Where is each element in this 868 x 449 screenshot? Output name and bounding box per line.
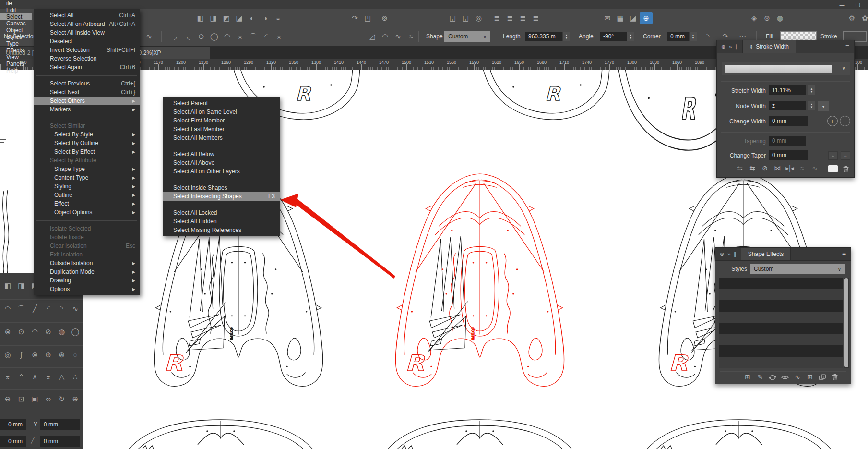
select-menu-item[interactable]: Select Next Ctrl+} bbox=[34, 88, 140, 97]
divide-icon[interactable]: ◐ bbox=[246, 12, 259, 24]
corner-field[interactable]: 0 mm bbox=[667, 32, 689, 41]
coord-y-field[interactable]: 0 mm bbox=[40, 419, 80, 430]
curve-segment-icon[interactable]: ⌒ bbox=[15, 303, 27, 314]
menu-effects[interactable]: Effects bbox=[0, 47, 32, 54]
union-icon[interactable]: ◧ bbox=[194, 12, 207, 24]
shape-dropdown[interactable]: Custom∨ bbox=[444, 31, 490, 42]
submenu-item[interactable]: Select All Hidden bbox=[163, 217, 280, 226]
styles-dropdown[interactable]: Custom∨ bbox=[750, 264, 845, 274]
node-width-stepper[interactable]: ▴▾ bbox=[808, 101, 815, 110]
panel-pin-icon[interactable]: ∥ bbox=[734, 251, 737, 257]
taper-end-button[interactable]: ⌁ bbox=[841, 151, 850, 160]
subtract-tool-icon[interactable]: ◨ bbox=[15, 280, 27, 291]
trim-icon[interactable]: ◑ bbox=[259, 12, 272, 24]
panel-collapse-icon[interactable]: » bbox=[727, 251, 730, 257]
submenu-item[interactable]: Select Inside Shapes bbox=[163, 183, 280, 192]
style-transfer-icon[interactable]: ⊛ bbox=[761, 12, 773, 24]
submenu-item[interactable] bbox=[163, 142, 280, 150]
place-outside-icon[interactable]: ◲ bbox=[459, 12, 472, 24]
select-menu-item[interactable]: Shape Type ▶ bbox=[34, 165, 140, 173]
arc-node-icon[interactable]: ◜ bbox=[260, 31, 273, 42]
menu-help[interactable]: Help bbox=[0, 67, 32, 74]
lasso-effect-icon[interactable] bbox=[766, 373, 779, 381]
shape-effects-tab[interactable]: Shape Effects bbox=[741, 248, 791, 260]
submenu-item[interactable]: Select All Locked bbox=[163, 208, 280, 217]
circle-node-icon[interactable]: ◯ bbox=[208, 31, 221, 42]
submenu-item[interactable]: Select Parent bbox=[163, 99, 280, 108]
length-stepper[interactable]: ▴▾ bbox=[562, 32, 570, 41]
arch-icon[interactable]: ◠ bbox=[29, 326, 40, 337]
select-menu-item[interactable]: Select By Outline ▶ bbox=[34, 139, 140, 147]
arch-node-icon[interactable]: ◠ bbox=[221, 31, 234, 42]
panel-close-icon[interactable]: ⊗ bbox=[720, 251, 724, 257]
settings-icon[interactable]: ⚙ bbox=[845, 12, 858, 24]
place-inside-icon[interactable]: ◱ bbox=[446, 12, 459, 24]
shape-builder-icon[interactable]: ◈ bbox=[748, 12, 761, 24]
ellipse-node-icon[interactable]: ⊜ bbox=[195, 31, 208, 42]
panel-close-icon[interactable]: ⊗ bbox=[721, 44, 725, 50]
select-menu-item[interactable]: Select By Style ▶ bbox=[34, 130, 140, 139]
edit-effect-icon[interactable]: ✎ bbox=[754, 373, 766, 381]
bridge-icon[interactable]: ⌅ bbox=[43, 371, 54, 382]
bring-forward-icon[interactable]: ≣ bbox=[516, 12, 529, 24]
submenu-item[interactable]: Select All Below bbox=[163, 150, 280, 158]
reverse-profile-icon[interactable]: ⇆ bbox=[746, 164, 759, 172]
select-menu-item[interactable]: Select Others ▶ bbox=[34, 97, 140, 105]
submenu-item[interactable]: Select All on Other Layers bbox=[163, 167, 280, 176]
delete-effect-icon[interactable] bbox=[829, 373, 841, 381]
panel-menu-icon[interactable]: ≡ bbox=[845, 43, 854, 50]
angle-join-icon[interactable]: ∧ bbox=[29, 371, 40, 382]
submenu-item[interactable] bbox=[163, 176, 280, 183]
isolation-mode-icon[interactable]: ⊕ bbox=[640, 12, 653, 24]
select-menu-item[interactable]: Select By Effect ▶ bbox=[34, 147, 140, 156]
effects-scrollbar[interactable] bbox=[844, 278, 849, 368]
s-curve-icon[interactable]: ʃ bbox=[15, 349, 27, 360]
increase-width-button[interactable]: + bbox=[827, 116, 838, 126]
mirror-profile-icon[interactable]: ▸|◂ bbox=[784, 164, 796, 172]
expand-icon[interactable]: ◳ bbox=[361, 12, 374, 24]
corner-arc-icon[interactable]: ◝ bbox=[56, 303, 68, 314]
select-menu-item[interactable]: Effect ▶ bbox=[34, 199, 140, 208]
select-menu-item[interactable]: Duplication Mode ▶ bbox=[34, 267, 140, 276]
select-menu-item[interactable]: Styling ▶ bbox=[34, 182, 140, 191]
cross-circle-icon[interactable]: ⊗ bbox=[29, 349, 40, 360]
rotate-icon[interactable]: ↻ bbox=[56, 393, 68, 404]
submenu-item[interactable]: Select Last Member bbox=[163, 125, 280, 133]
ellipse-icon[interactable]: ⊜ bbox=[2, 326, 13, 337]
submenu-item[interactable]: Select All Members bbox=[163, 133, 280, 142]
menu-panels[interactable]: Panels bbox=[0, 61, 32, 67]
send-to-back-icon[interactable]: ≣ bbox=[503, 12, 516, 24]
select-menu-item[interactable]: Outline ▶ bbox=[34, 191, 140, 199]
simplify-profile-icon[interactable]: ∿ bbox=[809, 164, 821, 172]
flip-profile-icon[interactable]: ⋈ bbox=[771, 164, 784, 172]
join-icon[interactable]: ⌅ bbox=[2, 371, 13, 382]
wave-icon[interactable]: ∿ bbox=[143, 31, 155, 42]
angle-field[interactable]: -90° bbox=[600, 32, 627, 41]
select-menu-item[interactable]: Invert Selection Shift+Ctrl+I bbox=[34, 46, 140, 54]
visibility-eye-icon[interactable] bbox=[779, 373, 791, 381]
squiggle-icon[interactable]: ∿ bbox=[392, 31, 404, 42]
stretch-width-stepper[interactable]: ▴▾ bbox=[808, 85, 815, 95]
target-handles-icon[interactable]: ⊛ bbox=[56, 349, 68, 360]
union-tool-icon[interactable]: ◧ bbox=[2, 280, 13, 291]
size-h-field[interactable]: 0 mm bbox=[40, 436, 80, 447]
menu-edit[interactable]: Edit bbox=[0, 7, 32, 13]
submenu-item[interactable] bbox=[163, 201, 280, 208]
submenu-item[interactable]: Select First Member bbox=[163, 116, 280, 125]
stretch-width-field[interactable]: 11.11% bbox=[769, 85, 806, 95]
add-effect-icon[interactable]: ⊞ bbox=[741, 373, 754, 381]
select-menu-item[interactable]: Exit Isolation bbox=[34, 250, 140, 259]
select-menu-item[interactable] bbox=[34, 114, 140, 121]
anchor-icon[interactable]: ⊕ bbox=[70, 393, 81, 404]
select-menu-item[interactable]: Isolate Inside bbox=[34, 233, 140, 242]
duplicate-effect-icon[interactable]: ⊞ bbox=[804, 373, 816, 381]
peak-icon[interactable]: ⌃ bbox=[15, 371, 27, 382]
dashed-circle-icon[interactable]: ◌ bbox=[70, 349, 81, 360]
select-menu-item[interactable]: Select Again Ctrl+6 bbox=[34, 63, 140, 72]
submenu-item[interactable]: Select Intersecting Shapes F3 bbox=[163, 192, 280, 201]
node-curve2-icon[interactable]: ◟ bbox=[182, 31, 195, 42]
minimize-button[interactable]: — bbox=[840, 2, 845, 8]
select-menu-item[interactable]: Isolate Selected bbox=[34, 224, 140, 233]
effects-list[interactable] bbox=[719, 278, 843, 368]
change-width-field[interactable]: 0 mm bbox=[769, 116, 808, 126]
